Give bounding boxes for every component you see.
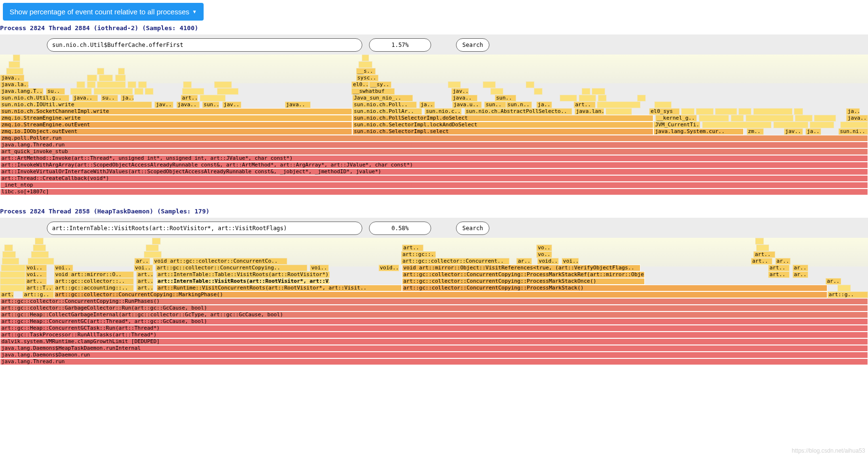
frame[interactable]: art::gc::collector::ConcurrentCopying::P… — [402, 285, 827, 291]
frame[interactable]: el0_sys — [649, 108, 680, 115]
thread-2-pct-input[interactable] — [369, 222, 431, 235]
frame[interactable]: java.lang.Daemons$HeapTaskDaemon.runInte… — [0, 345, 868, 352]
frame[interactable]: java.lang.T.. — [0, 88, 43, 95]
frame[interactable]: jav.. — [154, 101, 174, 108]
frame[interactable]: sun.nio.ch.PollSelectorImpl.doSelect — [352, 115, 653, 122]
frame[interactable]: ar.. — [792, 265, 808, 271]
frame[interactable]: art.. — [768, 271, 790, 278]
frame[interactable]: ja.. — [805, 128, 821, 135]
frame[interactable]: art::gc::collector::ConcurrentCopying.. — [155, 265, 307, 271]
frame[interactable]: art::g.. — [827, 291, 868, 298]
frame[interactable]: ja.. — [419, 101, 435, 108]
frame[interactable]: java.. — [285, 101, 311, 108]
frame[interactable]: jav.. — [222, 101, 241, 108]
frame[interactable]: ar.. — [516, 258, 532, 265]
frame[interactable]: art.. — [0, 291, 14, 298]
frame[interactable]: _inet_ntop — [0, 182, 868, 189]
frame[interactable]: void art::gc::collector::ConcurrentCo.. — [153, 258, 287, 265]
frame[interactable]: art.. — [402, 245, 423, 251]
thread-1-search-input[interactable] — [47, 38, 362, 52]
frame[interactable]: void.. — [537, 258, 559, 265]
frame[interactable]: voi.. — [25, 265, 47, 271]
frame[interactable]: sun.nio.ch.SelectorImpl.lockAndDoSelect — [352, 122, 653, 128]
frame[interactable]: sun.. — [495, 95, 516, 101]
frame[interactable]: art.. — [753, 251, 775, 258]
frame[interactable]: ar.. — [825, 278, 841, 285]
frame[interactable]: art::g.. — [22, 291, 54, 298]
frame[interactable]: __kernel_g.. — [655, 115, 697, 122]
frame[interactable]: art.. — [574, 101, 595, 108]
frame[interactable]: el0.. — [351, 81, 369, 88]
frame[interactable]: art::Runtime::VisitConcurrentRoots(art::… — [156, 285, 402, 291]
frame[interactable]: art.. — [768, 265, 790, 271]
frame[interactable]: java.. — [176, 101, 200, 108]
frame[interactable]: sun.nio.ch.AbstractPollSelecto.. — [465, 108, 572, 115]
frame[interactable]: art::T.. — [25, 285, 54, 291]
frame[interactable]: __sy.. — [369, 81, 391, 88]
frame[interactable]: dalvik.system.VMRuntime.clampGrowthLimit… — [0, 338, 868, 345]
thread-1-search-button[interactable]: Search — [456, 38, 489, 52]
frame[interactable]: art.. — [136, 285, 153, 291]
frame[interactable]: libc.so[+1807c] — [0, 189, 868, 195]
frame[interactable]: Java_sun_nio_.. — [352, 95, 413, 101]
frame[interactable]: java.. — [846, 115, 868, 122]
frame[interactable]: sun.nio.ch.IOUtil.write — [0, 101, 152, 108]
frame[interactable]: art::gc::.. — [401, 251, 436, 258]
frame[interactable]: ja.. — [120, 95, 133, 101]
frame[interactable]: java.la.. — [0, 81, 29, 88]
frame[interactable]: art_quick_invoke_stub — [0, 148, 868, 155]
frame[interactable]: __s.. — [356, 68, 376, 75]
frame[interactable]: ar.. — [134, 258, 150, 265]
frame[interactable]: sun.nio.ch.Util.g.. — [0, 95, 69, 101]
thread-1-flamegraph[interactable]: __s.. java.. sysc.. java.la.. el0.. __sy… — [0, 55, 868, 195]
frame[interactable]: voi.. — [54, 265, 73, 271]
thread-2-search-button[interactable]: Search — [456, 222, 489, 235]
frame[interactable]: voi.. — [134, 265, 153, 271]
frame[interactable]: zmq.io.StreamEngine.outEvent — [0, 122, 352, 128]
frame[interactable]: art.. — [25, 278, 47, 285]
frame[interactable]: zmq.io.IOObject.outEvent — [0, 128, 352, 135]
frame[interactable]: ar.. — [792, 271, 808, 278]
frame[interactable]: ja.. — [846, 108, 860, 115]
frame[interactable]: java.lan.. — [575, 108, 604, 115]
frame[interactable]: art::InternTable::Table::VisitRoots(art:… — [156, 271, 330, 278]
frame[interactable]: sun.nio.c.. — [424, 108, 462, 115]
frame[interactable]: jav.. — [451, 88, 468, 95]
frame[interactable]: art.. — [136, 278, 153, 285]
frame[interactable]: art::ArtMethod::Invoke(art::Thread*, uns… — [0, 155, 868, 162]
frame[interactable]: art.. — [751, 258, 772, 265]
frame[interactable]: art::gc::collector::Concurrent.. — [401, 258, 510, 265]
frame[interactable]: vo.. — [536, 245, 552, 251]
frame[interactable]: art::gc::collector::ConcurrentCopying::P… — [402, 271, 645, 278]
frame[interactable]: art::gc::collector::ConcurrentCopying::M… — [54, 291, 827, 298]
frame[interactable]: art::gc::collector::.. — [54, 278, 134, 285]
frame[interactable]: art::InvokeWithArgArray(art::ScopedObjec… — [0, 162, 868, 168]
frame[interactable]: java.. — [451, 95, 477, 101]
frame[interactable]: art::gc::Heap::ConcurrentGC(art::Thread*… — [0, 318, 868, 325]
thread-1-pct-input[interactable] — [369, 38, 431, 52]
frame[interactable]: java.lang.Daemons$Daemon.run — [0, 352, 868, 358]
frame[interactable]: sun.. — [202, 101, 219, 108]
frame[interactable]: sysc.. — [356, 75, 379, 81]
frame[interactable]: java.lang.Thread.run — [0, 358, 868, 365]
frame-selected[interactable]: art::InternTable::VisitRoots(art::RootVi… — [156, 278, 330, 285]
frame[interactable]: art.. — [181, 95, 198, 101]
frame[interactable]: sun.n.. — [506, 101, 532, 108]
frame[interactable]: void art::mirror::O.. — [54, 271, 134, 278]
frame[interactable]: sun.nio.ch.Poll.. — [352, 101, 416, 108]
frame[interactable]: zmq.io.StreamEngine.write — [0, 115, 352, 122]
frame[interactable]: vo.. — [536, 251, 552, 258]
frame[interactable]: su.. — [101, 95, 118, 101]
frame[interactable]: voi.. — [25, 271, 47, 278]
frame[interactable]: ja.. — [536, 101, 552, 108]
thread-2-flamegraph[interactable]: art.. vo.. art::gc::.. vo.. art.. ar.. v… — [0, 238, 868, 365]
frame[interactable]: zm.. — [747, 128, 764, 135]
frame[interactable]: sun.nio.ch.PollAr.. — [352, 108, 422, 115]
frame[interactable]: __swhatbuf — [351, 88, 395, 95]
frame[interactable]: sun.nio.ch.SocketChannelImpl.write — [0, 108, 352, 115]
frame[interactable]: JVM_CurrentTi.. — [653, 122, 700, 128]
frame[interactable]: art.. — [136, 271, 153, 278]
frame[interactable]: art::gc::collector::GarbageCollector::Ru… — [0, 305, 868, 311]
frame[interactable]: su.. — [46, 88, 65, 95]
frame[interactable]: art::gc::accounting::.. — [54, 285, 134, 291]
